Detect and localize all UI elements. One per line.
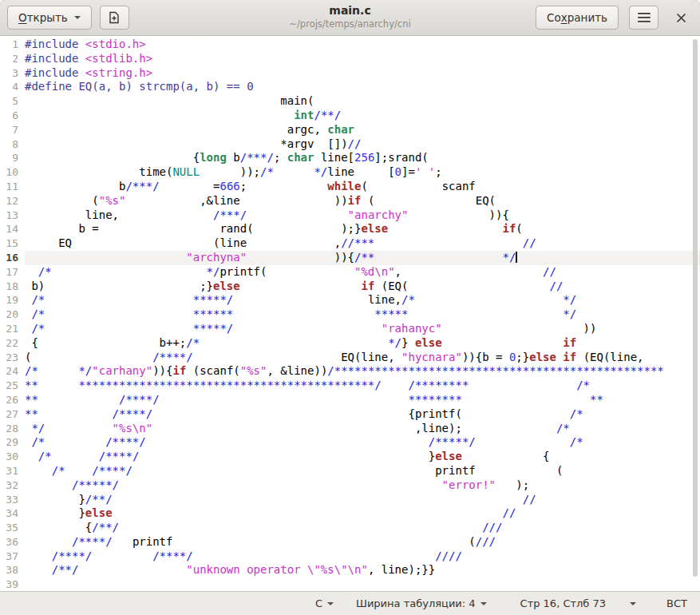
code-line[interactable]: /* ****** ***** */ (25, 308, 700, 322)
code-line[interactable]: /*****/ "error!" ); (25, 478, 700, 493)
code-line[interactable]: /* *****/ "rahanyc" )) (25, 322, 700, 336)
code-line[interactable]: ("%s" ,&line ))if ( EQ( (25, 194, 700, 208)
open-button-label: Открыть (18, 11, 68, 24)
code-segment: /******** (408, 379, 469, 391)
code-line[interactable]: /* */"carhany")){if (scanf("%s", &line))… (25, 364, 700, 379)
code-segment: // (523, 236, 536, 249)
code-segment: )){ (152, 364, 172, 377)
code-line[interactable]: /* /****/ }else { (25, 450, 700, 464)
code-segment: "anarchy" (348, 208, 409, 221)
code-line[interactable]: #define EQ(a, b) strcmp(a, b) == 0 (25, 80, 700, 94)
close-button[interactable] (669, 6, 693, 30)
line-number: 26 (0, 393, 18, 407)
code-segment: printf ( (113, 535, 476, 548)
code-line[interactable]: argc, char (25, 123, 700, 137)
line-number: 16 (0, 251, 18, 265)
code-segment: /***/ (125, 180, 159, 192)
code-segment (462, 393, 590, 406)
code-segment: /* */ (401, 293, 576, 306)
code-line[interactable]: {/**/ /// (25, 521, 700, 535)
code-line[interactable]: }/**/ // (25, 493, 700, 507)
code-segment: ; (435, 165, 441, 178)
vertical-scrollbar[interactable] (693, 39, 698, 588)
code-segment: char (327, 123, 354, 136)
code-line[interactable]: line, /***/ "anarchy" )){ (25, 208, 700, 223)
code-segment: #include (25, 66, 85, 79)
line-number: 7 (0, 123, 18, 137)
code-line[interactable]: *argv [])// (25, 137, 700, 152)
code-line[interactable]: /* /****/ /*****/ /* (25, 435, 700, 450)
code-segment: /****/ (152, 351, 193, 363)
code-line[interactable]: */ "%s\n" ,line); /* (25, 422, 700, 436)
save-button-label: Сохранить (547, 11, 607, 24)
menu-button[interactable] (629, 6, 658, 30)
open-button[interactable]: Открыть (7, 6, 92, 30)
tab-width-selector[interactable]: Ширина табуляции: 4 (356, 597, 487, 609)
code-line[interactable]: b) ;}else if (EQ( // (25, 280, 700, 294)
line-number: 12 (0, 194, 18, 208)
code-segment: , (395, 265, 543, 278)
code-line[interactable]: /* */printf( "%d\n", // (25, 265, 700, 280)
code-segment: ' ' (415, 165, 435, 178)
code-segment: /*****/ (429, 435, 476, 448)
line-number: 21 (0, 322, 18, 336)
code-segment: /****/ (92, 464, 132, 477)
code-line[interactable]: #include <stdlib.h> (25, 52, 700, 66)
code-line[interactable]: /* *****/ line,/* */ (25, 293, 700, 308)
code-area[interactable]: #include <stdio.h>#include <stdlib.h>#in… (22, 36, 700, 591)
line-number: 3 (0, 66, 18, 81)
code-segment: printf( (219, 265, 354, 278)
line-number: 19 (0, 293, 18, 308)
code-line[interactable]: main( (25, 94, 700, 109)
code-segment: /* (570, 435, 583, 448)
code-segment: b (227, 151, 240, 164)
code-segment (119, 521, 482, 534)
goto-line-button[interactable] (630, 599, 636, 609)
code-segment (25, 550, 52, 562)
line-number: 11 (0, 180, 18, 194)
code-segment: "%s" (240, 364, 267, 377)
code-line[interactable]: time(NULL ));/* */line [0]=' '; (25, 165, 700, 180)
code-line[interactable]: /****/ printf (/// (25, 535, 700, 550)
code-segment: 256 (354, 151, 374, 164)
code-line[interactable]: /* /****/ printf ( (25, 464, 700, 478)
code-segment: b = rand( );} (25, 222, 361, 235)
code-line[interactable]: ** /****/ {printf( /* (25, 407, 700, 422)
code-line[interactable]: EQ (line ,//*** // (25, 236, 700, 251)
code-line[interactable]: ** *************************************… (25, 379, 700, 393)
scrollbar-thumb[interactable] (693, 39, 698, 577)
code-line[interactable]: b = rand( );}else if( (25, 222, 700, 236)
code-segment: )); (200, 165, 260, 178)
code-line[interactable]: #include <stdio.h> (25, 38, 700, 52)
code-line[interactable] (25, 577, 700, 591)
code-segment: )){ (408, 208, 508, 221)
code-line[interactable]: b/***/ =666; while( scanf (25, 180, 700, 194)
code-segment: } (25, 506, 85, 519)
code-segment: ** (25, 393, 38, 406)
text-editor[interactable]: 1234567891011121314151617181920212223242… (0, 36, 700, 591)
code-segment: ];srand( (374, 151, 428, 164)
code-segment: ;} (516, 351, 529, 363)
insert-mode-indicator[interactable]: ВСТ (666, 597, 687, 609)
save-button[interactable]: Сохранить (536, 6, 619, 30)
code-segment: /* (31, 435, 45, 448)
code-segment (25, 109, 294, 121)
code-line[interactable]: {long b/***/; char line[256];srand( (25, 151, 700, 165)
code-line[interactable]: }else // (25, 506, 700, 521)
code-segment (25, 478, 72, 491)
code-line[interactable]: /****/ /****/ //// (25, 550, 700, 564)
code-segment: (EQ(line, (576, 351, 643, 363)
new-document-button[interactable] (100, 6, 129, 30)
code-line[interactable]: ** /****/ ******** ** (25, 393, 700, 407)
code-line[interactable]: #include <string.h> (25, 66, 700, 81)
code-line[interactable]: int/**/ (25, 109, 700, 123)
code-segment (247, 208, 347, 221)
code-line[interactable]: "archyna" )){/** */ (25, 251, 700, 265)
code-segment: } (139, 450, 435, 462)
code-segment: //*** (341, 236, 374, 249)
cursor-position[interactable]: Стр 16, Стлб 73 (520, 597, 607, 609)
code-line[interactable]: ( /****/ EQ(line, "hycnara")){b = 0;}els… (25, 351, 700, 365)
code-line[interactable]: { b++;/* */} else if (25, 336, 700, 351)
code-line[interactable]: /**/ "unknown operator \"%s\"\n", line);… (25, 563, 700, 577)
language-selector[interactable]: C (315, 597, 334, 609)
